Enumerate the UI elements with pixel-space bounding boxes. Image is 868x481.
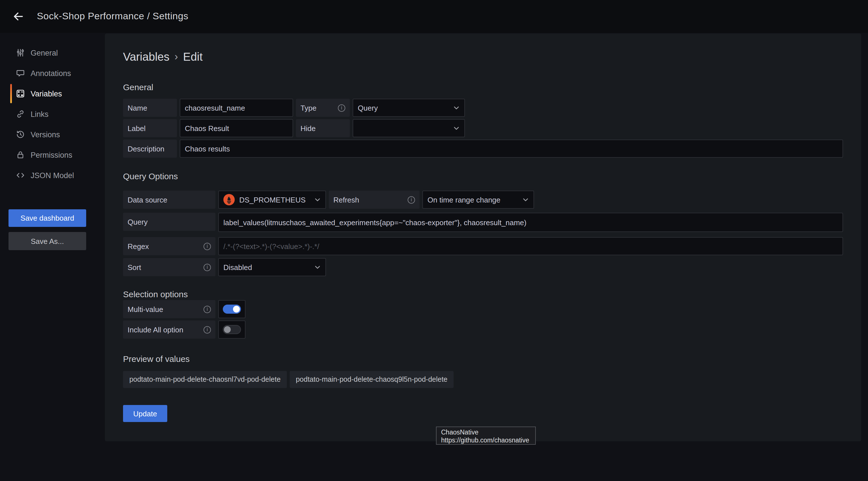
toggle-pill bbox=[223, 305, 241, 314]
info-icon[interactable]: i bbox=[204, 305, 211, 313]
grafana-settings-page: Sock-Shop Performance / Settings General bbox=[0, 0, 868, 481]
comment-icon bbox=[16, 69, 25, 78]
query-input[interactable] bbox=[218, 213, 843, 232]
query-field-label: Query bbox=[123, 213, 215, 231]
breadcrumb: Variables › Edit bbox=[123, 51, 203, 63]
sidebar-item-annotations[interactable]: Annotations bbox=[0, 63, 105, 83]
sidebar-item-label: Links bbox=[31, 110, 49, 118]
toggle-pill bbox=[223, 325, 241, 334]
preview-value-chip: podtato-main-pod-delete-chaosnl7vd-pod-d… bbox=[123, 371, 287, 388]
refresh-field-label: Refresh i bbox=[329, 190, 420, 209]
info-icon[interactable]: i bbox=[204, 242, 211, 250]
screen: Sock-Shop Performance / Settings General bbox=[0, 0, 868, 481]
code-icon bbox=[16, 171, 25, 180]
regex-field-label: Regex i bbox=[123, 237, 215, 255]
sidebar-item-variables[interactable]: Variables bbox=[0, 83, 105, 104]
datasource-field-label: Data source bbox=[123, 190, 215, 209]
preview-section-heading: Preview of values bbox=[123, 354, 190, 364]
refresh-select[interactable]: On time range change bbox=[423, 190, 534, 209]
chevron-down-icon bbox=[314, 264, 321, 271]
lock-icon bbox=[16, 150, 25, 159]
sidebar-item-json-model[interactable]: JSON Model bbox=[0, 165, 105, 185]
query-options-section-heading: Query Options bbox=[123, 171, 178, 181]
sliders-icon bbox=[16, 48, 25, 57]
sidebar-item-label: Permissions bbox=[31, 151, 72, 159]
type-field-label: Type i bbox=[296, 99, 350, 117]
tooltip-url: https://github.com/chaosnative bbox=[441, 436, 531, 444]
tooltip-title: ChaosNative bbox=[441, 428, 531, 436]
sidebar-item-general[interactable]: General bbox=[0, 42, 105, 63]
calculator-icon bbox=[16, 89, 25, 98]
info-icon[interactable]: i bbox=[204, 264, 211, 271]
multi-value-toggle[interactable] bbox=[218, 300, 246, 318]
hide-field-label: Hide bbox=[296, 119, 350, 137]
label-input[interactable] bbox=[180, 119, 293, 137]
label-field-label: Label bbox=[123, 119, 177, 137]
sidebar-item-links[interactable]: Links bbox=[0, 104, 105, 124]
sidebar-item-label: Versions bbox=[31, 130, 60, 139]
info-icon[interactable]: i bbox=[408, 196, 415, 203]
variables-edit-panel: Variables › Edit General Name Type i Que… bbox=[105, 33, 861, 441]
sort-select[interactable]: Disabled bbox=[218, 258, 326, 276]
sidebar-item-label: JSON Model bbox=[31, 171, 74, 180]
chevron-down-icon bbox=[522, 196, 529, 203]
arrow-left-icon bbox=[12, 10, 24, 23]
dashboard-settings-title: Sock-Shop Performance / Settings bbox=[37, 0, 188, 33]
sidebar-item-label: Annotations bbox=[31, 69, 71, 78]
breadcrumb-section[interactable]: Variables bbox=[123, 51, 169, 63]
include-all-toggle[interactable] bbox=[218, 321, 246, 339]
sidebar-item-permissions[interactable]: Permissions bbox=[0, 145, 105, 165]
chevron-down-icon bbox=[453, 104, 460, 111]
link-tooltip: ChaosNative https://github.com/chaosnati… bbox=[436, 426, 536, 445]
prometheus-icon bbox=[223, 194, 235, 205]
sidebar-item-label: Variables bbox=[31, 89, 62, 98]
save-as-button[interactable]: Save As... bbox=[8, 232, 86, 250]
include-all-field-label: Include All option i bbox=[123, 321, 215, 339]
info-icon[interactable]: i bbox=[338, 104, 345, 112]
top-bar: Sock-Shop Performance / Settings bbox=[0, 0, 868, 33]
settings-sidebar: General Annotations bbox=[0, 33, 105, 481]
general-section-heading: General bbox=[123, 82, 153, 92]
chevron-down-icon bbox=[314, 196, 321, 203]
settings-nav: General Annotations bbox=[0, 42, 105, 185]
update-button[interactable]: Update bbox=[123, 405, 167, 422]
multi-value-field-label: Multi-value i bbox=[123, 300, 215, 318]
save-dashboard-button[interactable]: Save dashboard bbox=[8, 209, 86, 227]
regex-input[interactable] bbox=[218, 237, 843, 255]
preview-value-chip: podtato-main-pod-delete-chaosq9l5n-pod-d… bbox=[290, 371, 454, 388]
sidebar-item-versions[interactable]: Versions bbox=[0, 124, 105, 145]
type-select[interactable]: Query bbox=[353, 99, 465, 117]
breadcrumb-page: Edit bbox=[183, 51, 203, 63]
selection-options-section-heading: Selection options bbox=[123, 289, 188, 299]
history-icon bbox=[16, 130, 25, 139]
breadcrumb-separator-icon: › bbox=[175, 51, 178, 63]
link-icon bbox=[16, 110, 25, 119]
datasource-picker[interactable]: DS_PROMETHEUS bbox=[218, 190, 326, 209]
sort-field-label: Sort i bbox=[123, 258, 215, 276]
name-input[interactable] bbox=[180, 99, 293, 117]
back-button[interactable] bbox=[9, 8, 27, 25]
chevron-down-icon bbox=[453, 125, 460, 131]
name-field-label: Name bbox=[123, 99, 177, 117]
description-input[interactable] bbox=[180, 140, 843, 158]
description-field-label: Description bbox=[123, 140, 177, 158]
hide-select[interactable] bbox=[353, 119, 465, 137]
sidebar-item-label: General bbox=[31, 49, 58, 57]
info-icon[interactable]: i bbox=[204, 326, 211, 333]
